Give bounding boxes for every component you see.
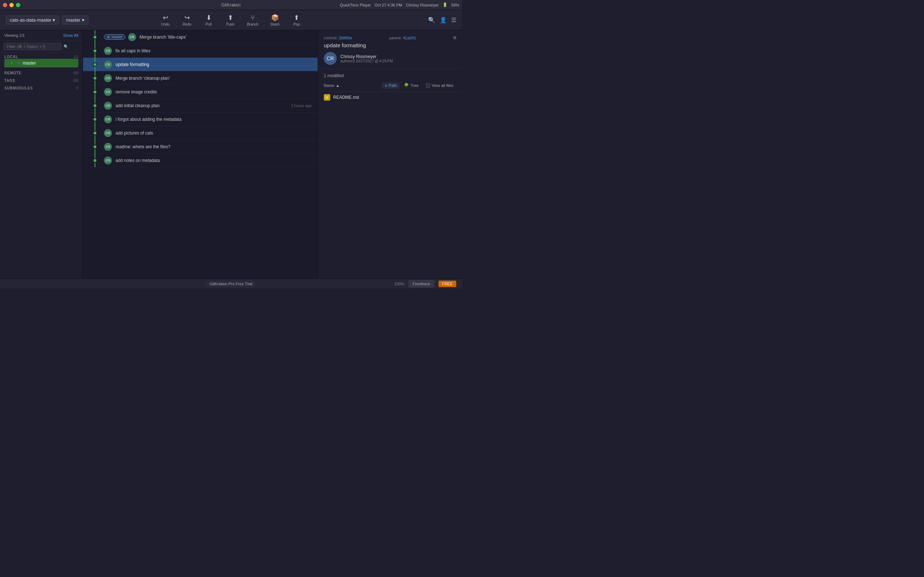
view-all-checkbox[interactable] xyxy=(426,83,430,88)
file-row-readme[interactable]: M README.md xyxy=(318,92,462,103)
push-button[interactable]: ⬆ Push xyxy=(220,11,241,29)
stash-button[interactable]: 📦 Stash xyxy=(265,11,285,29)
branch-label: Branch xyxy=(247,23,258,26)
main-toolbar: cats-as-data-master ▾ master ▾ ↩ Undo ↪ … xyxy=(0,10,462,30)
name-column-header[interactable]: Name ▲ xyxy=(324,83,379,88)
commit-hash: 2b965e xyxy=(339,36,352,40)
commit-row[interactable]: CR add initial cleanup plan 3 hours ago xyxy=(83,99,318,113)
branch-selector[interactable]: master ▾ xyxy=(62,16,88,24)
show-all-button[interactable]: Show All xyxy=(63,33,78,37)
path-view-button[interactable]: ≡ Path xyxy=(382,82,399,89)
bottom-bar: GitKraken Pro Free Trial 100% Feedback F… xyxy=(0,279,462,288)
commit-row[interactable]: CR readme: where are the files? xyxy=(83,140,318,154)
check-icon: ✓ xyxy=(10,61,14,66)
filter-search-icon: 🔍 xyxy=(63,44,69,49)
viewing-text: Viewing 1/1 xyxy=(4,33,25,37)
close-button[interactable] xyxy=(3,3,7,7)
app-name: QuickTime Player xyxy=(340,3,371,7)
tree-icon: 🌳 xyxy=(404,83,409,88)
redo-label: Redo xyxy=(183,23,191,26)
repo-name: cats-as-data-master xyxy=(10,17,52,23)
toolbar-left: cats-as-data-master ▾ master ▾ xyxy=(6,16,89,24)
branch-tag-master: 🖥 master xyxy=(104,34,125,40)
submodules-section-header[interactable]: SUBMODULES 0 xyxy=(4,86,78,90)
local-title: LOCAL xyxy=(4,55,18,59)
pop-label: Pop xyxy=(294,23,300,26)
minimize-button[interactable] xyxy=(10,3,14,7)
profile-icon[interactable]: 👤 xyxy=(439,16,447,23)
graph-col xyxy=(86,113,104,126)
commit-avatar: CR xyxy=(104,74,112,82)
commit-detail-header: commit: 2b965e parent: 41a201 ⧉ update f… xyxy=(318,30,462,69)
battery-level: 59% xyxy=(451,3,459,7)
author-meta: authored 10/27/2017 @ 4:29 PM xyxy=(340,59,393,63)
commit-avatar: CR xyxy=(104,129,112,137)
remote-section-header[interactable]: REMOTE 0/0 xyxy=(4,71,78,75)
commit-message: fix all caps in titles xyxy=(115,48,312,53)
commit-detail-title: update formatting xyxy=(324,42,456,48)
commit-avatar: CR xyxy=(104,47,112,55)
stash-label: Stash xyxy=(270,23,280,26)
commit-message: remove image credits xyxy=(115,89,312,95)
search-icon[interactable]: 🔍 xyxy=(428,16,435,23)
commit-graph-area: 🖥 master CR Merge branch 'title-caps' CR… xyxy=(83,30,318,279)
commit-row[interactable]: CR Merge branch 'cleanup-plan' xyxy=(83,71,318,85)
redo-icon: ↪ xyxy=(184,14,190,22)
remote-count: 0/0 xyxy=(73,71,78,75)
tree-view-button[interactable]: 🌳 Tree xyxy=(401,82,421,89)
right-panel: commit: 2b965e parent: 41a201 ⧉ update f… xyxy=(318,30,462,279)
commit-row[interactable]: 🖥 master CR Merge branch 'title-caps' xyxy=(83,30,318,44)
commit-row[interactable]: CR add notes on metadata xyxy=(83,154,318,167)
local-section-header[interactable]: LOCAL 1/1 xyxy=(4,55,78,59)
pull-label: Pull xyxy=(206,23,212,26)
branch-button[interactable]: ⑂ Branch xyxy=(242,12,263,29)
commit-author-row: CR Chrissy Rissmeyer authored 10/27/2017… xyxy=(324,52,456,65)
pop-button[interactable]: ⬆ Pop xyxy=(287,11,307,29)
filter-input[interactable] xyxy=(3,43,61,50)
commit-row[interactable]: CR remove image credits xyxy=(83,85,318,99)
sidebar-local-section: LOCAL 1/1 ✓ ⑂ master xyxy=(0,53,82,69)
local-count: 1/1 xyxy=(73,55,78,59)
branch-icon: ⑂ xyxy=(251,14,255,22)
system-info: QuickTime Player Oct 27 4:36 PM Chrissy … xyxy=(340,3,459,7)
undo-button[interactable]: ↩ Undo xyxy=(155,11,175,29)
graph-col xyxy=(86,99,104,113)
file-modified-icon: M xyxy=(324,94,330,101)
files-toolbar: Name ▲ ≡ Path 🌳 Tree View all files xyxy=(324,82,456,89)
pull-button[interactable]: ⬇ Pull xyxy=(199,11,219,29)
feedback-button[interactable]: Feedback xyxy=(409,280,434,287)
commit-row[interactable]: CR i forgot about adding the metadata xyxy=(83,113,318,126)
author-name: Chrissy Rissmeyer xyxy=(340,54,393,59)
submodules-title: SUBMODULES xyxy=(4,86,33,90)
free-button[interactable]: FREE xyxy=(439,280,456,287)
commit-avatar: CR xyxy=(104,143,112,151)
commit-row[interactable]: CR add pictures of cats xyxy=(83,126,318,140)
commit-row[interactable]: CR fix all caps in titles xyxy=(83,44,318,58)
tags-count: 0/0 xyxy=(73,79,78,82)
menu-icon[interactable]: ☰ xyxy=(451,16,456,23)
tags-section-header[interactable]: TAGS 0/0 xyxy=(4,79,78,82)
battery-icon: 🔋 xyxy=(443,3,447,7)
view-all-button[interactable]: View all files xyxy=(423,82,456,89)
bottom-bar-right: 100% Feedback FREE xyxy=(394,280,456,287)
sidebar-item-master[interactable]: ✓ ⑂ master xyxy=(4,59,78,68)
traffic-lights[interactable] xyxy=(3,3,20,7)
redo-button[interactable]: ↪ Redo xyxy=(177,11,197,29)
path-label: Path xyxy=(389,83,397,88)
commit-avatar: CR xyxy=(104,61,112,69)
repo-selector[interactable]: cats-as-data-master ▾ xyxy=(6,16,59,24)
sort-icon: ▲ xyxy=(336,83,340,88)
pull-icon: ⬇ xyxy=(206,14,212,22)
commit-message: i forgot about adding the metadata xyxy=(115,117,312,122)
titlebar: GitKraken QuickTime Player Oct 27 4:36 P… xyxy=(0,0,462,10)
commit-row[interactable]: CR update formatting xyxy=(83,58,318,71)
view-all-label: View all files xyxy=(432,83,453,88)
commit-time: 3 hours ago xyxy=(291,103,312,108)
copy-icon[interactable]: ⧉ xyxy=(453,35,456,40)
maximize-button[interactable] xyxy=(16,3,20,7)
repo-dropdown-icon: ▾ xyxy=(53,17,55,23)
trial-banner: GitKraken Pro Free Trial xyxy=(205,280,257,287)
author-info: Chrissy Rissmeyer authored 10/27/2017 @ … xyxy=(340,54,393,63)
parent-hash: 41a201 xyxy=(403,36,416,40)
sidebar-tags-section: TAGS 0/0 xyxy=(0,76,82,84)
